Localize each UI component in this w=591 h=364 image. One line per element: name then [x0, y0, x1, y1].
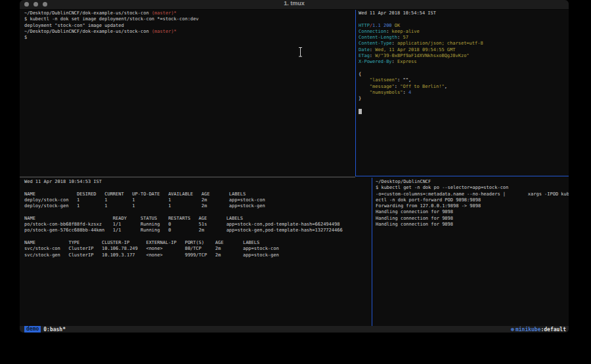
terminal-line: Handling connection for 9898	[376, 222, 569, 228]
pane-divider-horizontal-right[interactable]	[355, 176, 569, 176]
terminal-line: X-Powered-By: Express	[359, 59, 569, 65]
terminal-line: Handling connection for 9898	[376, 216, 569, 222]
terminal-line	[359, 66, 569, 71]
terminal-line	[24, 185, 376, 191]
terminal-line: Content-Length: 57	[359, 35, 569, 41]
window-tab-bash[interactable]: 0:bash*	[43, 327, 66, 333]
terminal-line: NAME DESIRED CURRENT UP-TO-DATE AVAILABL…	[24, 192, 376, 197]
terminal-line: $ kubectl -n dok set image deployment/st…	[24, 16, 360, 22]
terminal-line: Connection: keep-alive	[359, 29, 569, 35]
terminal-line: ~/Desktop/DublinCNCF/dok-example-us/stoc…	[24, 10, 360, 16]
terminal-line: Date: Wed, 11 Apr 2018 09:54:55 GMT	[359, 47, 569, 53]
terminal-line: $	[24, 35, 360, 41]
title-bar[interactable]: 1. tmux	[20, 0, 569, 10]
terminal-line: "numsymbols": 4	[359, 90, 569, 96]
tmux-panes: ~/Desktop/DublinCNCF/dok-example-us/stoc…	[20, 10, 569, 326]
terminal-line	[24, 234, 376, 240]
terminal-line: NAME READY STATUS RESTARTS AGE LABELS	[24, 216, 376, 222]
terminal-line: deploy/stock-gen 1 1 1 1 2m app=stock-ge…	[24, 203, 376, 209]
terminal-line: {	[359, 71, 569, 77]
window-title: 1. tmux	[20, 0, 569, 9]
status-right: ⊛ minikube :default	[511, 327, 566, 333]
terminal-line: }	[359, 96, 569, 102]
terminal-line: ETag: W/"39-0xBPf9aF1dXVNkhsxoBQgJ8vKzo"	[359, 53, 569, 59]
kube-namespace: :default	[540, 327, 566, 333]
kube-context: minikube	[515, 327, 541, 333]
terminal-line: po/stock-con-bb68f88fd-kzsxz 1/1 Running…	[24, 222, 376, 228]
terminal-line: svc/stock-con ClusterIP 10.106.78.249 <n…	[24, 246, 376, 252]
terminal-cursor	[359, 109, 362, 114]
terminal-line: Wed 11 Apr 2018 10:54:53 IST	[24, 179, 376, 185]
terminal-line: svc/stock-gen ClusterIP 10.109.3.177 <no…	[24, 253, 376, 258]
status-left: demo 0:bash*	[24, 326, 66, 333]
terminal-line: "lastseen": "",	[359, 77, 569, 83]
terminal-window: 1. tmux ~/Desktop/DublinCNCF/dok-example…	[20, 0, 569, 333]
pane-top-left-shell[interactable]: ~/Desktop/DublinCNCF/dok-example-us/stoc…	[20, 10, 360, 176]
terminal-line	[359, 108, 569, 114]
desktop: 1. tmux ~/Desktop/DublinCNCF/dok-example…	[0, 0, 591, 364]
terminal-line: -o=custom-columns=:metadata.name --no-he…	[376, 192, 569, 197]
pane-bottom-left-kubectl-get[interactable]: Wed 11 Apr 2018 10:54:53 ISTNAME DESIRED…	[20, 178, 376, 327]
terminal-line: deployment "stock-con" image updated	[24, 23, 360, 29]
terminal-line: Content-Type: application/json; charset=…	[359, 41, 569, 47]
terminal-line	[24, 209, 376, 215]
terminal-line: po/stock-gen-576cc688bb-44kmn 1/1 Runnin…	[24, 228, 376, 233]
terminal-line: $ kubectl get -n dok po --selector=app=s…	[376, 185, 569, 191]
terminal-line: deploy/stock-con 1 1 1 1 2m app=stock-co…	[24, 197, 376, 203]
pane-top-right-http-response[interactable]: Wed 11 Apr 2018 10:54:54 ISTHTTP/1.1 200…	[356, 10, 569, 176]
terminal-line: HTTP/1.1 200 OK	[359, 23, 569, 29]
terminal-line: Handling connection for 9898	[376, 209, 569, 215]
terminal-line	[359, 16, 569, 22]
terminal-line: Forwarding from 127.0.0.1:9898 -> 9898	[376, 203, 569, 209]
terminal-line: Wed 11 Apr 2018 10:54:54 IST	[359, 10, 569, 16]
terminal-line: NAME TYPE CLUSTER-IP EXTERNAL-IP PORT(S)…	[24, 240, 376, 246]
session-name[interactable]: demo	[24, 326, 41, 333]
terminal-line: "message": "Off to Berlin!",	[359, 84, 569, 90]
ibeam-mouse-pointer	[298, 47, 303, 57]
kubernetes-icon: ⊛	[511, 327, 514, 333]
terminal-line: ectl -n dok port-forward POD 9898:9898	[376, 197, 569, 203]
pane-bottom-right-port-forward[interactable]: ~/Desktop/DublinCNCF$ kubectl get -n dok…	[372, 178, 569, 327]
terminal-line: ~/Desktop/DublinCNCF/dok-example-us/stoc…	[24, 29, 360, 35]
terminal-line: ~/Desktop/DublinCNCF	[376, 179, 569, 185]
terminal-line	[359, 102, 569, 108]
tmux-status-bar: demo 0:bash* ⊛ minikube :default	[20, 326, 569, 333]
